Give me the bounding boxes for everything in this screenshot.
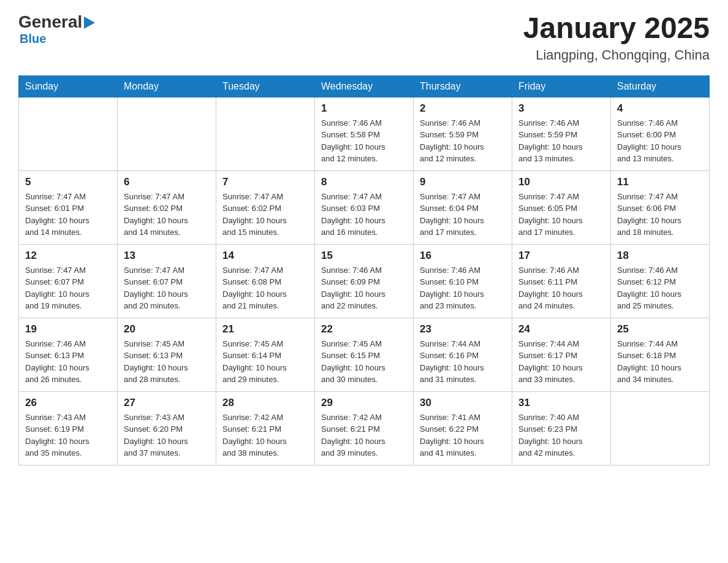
day-number: 22: [321, 323, 407, 335]
day-number: 9: [420, 176, 506, 188]
calendar-cell: 21Sunrise: 7:45 AM Sunset: 6:14 PM Dayli…: [216, 318, 315, 391]
calendar-cell: [118, 97, 216, 170]
day-info: Sunrise: 7:47 AM Sunset: 6:02 PM Dayligh…: [222, 191, 308, 239]
week-row-4: 19Sunrise: 7:46 AM Sunset: 6:13 PM Dayli…: [19, 318, 710, 391]
calendar-cell: 29Sunrise: 7:42 AM Sunset: 6:21 PM Dayli…: [315, 391, 414, 465]
day-number: 15: [321, 250, 407, 262]
day-number: 1: [321, 102, 407, 115]
calendar-cell: 9Sunrise: 7:47 AM Sunset: 6:04 PM Daylig…: [414, 170, 512, 244]
day-number: 31: [518, 397, 604, 409]
day-info: Sunrise: 7:47 AM Sunset: 6:03 PM Dayligh…: [321, 191, 407, 239]
day-info: Sunrise: 7:46 AM Sunset: 5:59 PM Dayligh…: [420, 117, 506, 165]
week-row-1: 1Sunrise: 7:46 AM Sunset: 5:58 PM Daylig…: [19, 97, 710, 170]
day-info: Sunrise: 7:45 AM Sunset: 6:14 PM Dayligh…: [222, 338, 308, 386]
calendar-cell: 1Sunrise: 7:46 AM Sunset: 5:58 PM Daylig…: [315, 97, 414, 170]
calendar-cell: 30Sunrise: 7:41 AM Sunset: 6:22 PM Dayli…: [414, 391, 512, 465]
month-year-title: January 2025: [523, 12, 710, 45]
day-number: 4: [617, 102, 703, 115]
day-number: 27: [124, 397, 210, 409]
day-header-thursday: Thursday: [414, 75, 512, 97]
day-headers-row: SundayMondayTuesdayWednesdayThursdayFrid…: [19, 75, 710, 97]
svg-marker-0: [84, 17, 95, 29]
calendar-cell: 31Sunrise: 7:40 AM Sunset: 6:23 PM Dayli…: [512, 391, 611, 465]
calendar-table: SundayMondayTuesdayWednesdayThursdayFrid…: [18, 75, 710, 465]
day-number: 13: [124, 250, 210, 262]
day-info: Sunrise: 7:45 AM Sunset: 6:15 PM Dayligh…: [321, 338, 407, 386]
logo-arrow-icon: [84, 17, 95, 29]
logo-blue-text: Blue: [20, 32, 46, 46]
day-number: 7: [222, 176, 308, 188]
calendar-cell: [216, 97, 315, 170]
calendar-cell: 18Sunrise: 7:46 AM Sunset: 6:12 PM Dayli…: [611, 244, 710, 318]
day-info: Sunrise: 7:42 AM Sunset: 6:21 PM Dayligh…: [222, 412, 308, 459]
day-info: Sunrise: 7:44 AM Sunset: 6:18 PM Dayligh…: [617, 338, 703, 386]
week-row-5: 26Sunrise: 7:43 AM Sunset: 6:19 PM Dayli…: [19, 391, 710, 465]
day-number: 25: [617, 323, 703, 335]
calendar-cell: 12Sunrise: 7:47 AM Sunset: 6:07 PM Dayli…: [19, 244, 118, 318]
calendar-cell: 23Sunrise: 7:44 AM Sunset: 6:16 PM Dayli…: [414, 318, 512, 391]
day-info: Sunrise: 7:46 AM Sunset: 6:12 PM Dayligh…: [617, 264, 703, 312]
day-info: Sunrise: 7:46 AM Sunset: 6:11 PM Dayligh…: [518, 264, 604, 312]
week-row-2: 5Sunrise: 7:47 AM Sunset: 6:01 PM Daylig…: [19, 170, 710, 244]
day-info: Sunrise: 7:47 AM Sunset: 6:07 PM Dayligh…: [124, 264, 210, 312]
day-info: Sunrise: 7:43 AM Sunset: 6:19 PM Dayligh…: [25, 412, 111, 459]
day-number: 6: [124, 176, 210, 188]
day-number: 26: [25, 397, 111, 409]
calendar-cell: 11Sunrise: 7:47 AM Sunset: 6:06 PM Dayli…: [611, 170, 710, 244]
calendar-cell: 6Sunrise: 7:47 AM Sunset: 6:02 PM Daylig…: [118, 170, 216, 244]
calendar-cell: 14Sunrise: 7:47 AM Sunset: 6:08 PM Dayli…: [216, 244, 315, 318]
day-number: 29: [321, 397, 407, 409]
day-header-sunday: Sunday: [19, 75, 118, 97]
day-number: 12: [25, 250, 111, 262]
week-row-3: 12Sunrise: 7:47 AM Sunset: 6:07 PM Dayli…: [19, 244, 710, 318]
day-info: Sunrise: 7:46 AM Sunset: 5:59 PM Dayligh…: [518, 117, 604, 165]
day-info: Sunrise: 7:42 AM Sunset: 6:21 PM Dayligh…: [321, 412, 407, 459]
day-info: Sunrise: 7:46 AM Sunset: 5:58 PM Dayligh…: [321, 117, 407, 165]
day-info: Sunrise: 7:47 AM Sunset: 6:02 PM Dayligh…: [124, 191, 210, 239]
calendar-cell: 22Sunrise: 7:45 AM Sunset: 6:15 PM Dayli…: [315, 318, 414, 391]
day-header-tuesday: Tuesday: [216, 75, 315, 97]
day-info: Sunrise: 7:43 AM Sunset: 6:20 PM Dayligh…: [124, 412, 210, 459]
logo-general-text: General: [18, 12, 82, 32]
day-number: 30: [420, 397, 506, 409]
day-info: Sunrise: 7:46 AM Sunset: 6:00 PM Dayligh…: [617, 117, 703, 165]
day-info: Sunrise: 7:47 AM Sunset: 6:06 PM Dayligh…: [617, 191, 703, 239]
day-number: 8: [321, 176, 407, 188]
day-info: Sunrise: 7:47 AM Sunset: 6:08 PM Dayligh…: [222, 264, 308, 312]
day-info: Sunrise: 7:47 AM Sunset: 6:04 PM Dayligh…: [420, 191, 506, 239]
day-number: 16: [420, 250, 506, 262]
day-number: 14: [222, 250, 308, 262]
logo: General Blue: [18, 12, 95, 46]
calendar-cell: 13Sunrise: 7:47 AM Sunset: 6:07 PM Dayli…: [118, 244, 216, 318]
day-number: 28: [222, 397, 308, 409]
calendar-cell: 19Sunrise: 7:46 AM Sunset: 6:13 PM Dayli…: [19, 318, 118, 391]
day-header-saturday: Saturday: [611, 75, 710, 97]
location-subtitle: Liangping, Chongqing, China: [523, 47, 710, 63]
day-number: 17: [518, 250, 604, 262]
day-info: Sunrise: 7:47 AM Sunset: 6:05 PM Dayligh…: [518, 191, 604, 239]
day-info: Sunrise: 7:44 AM Sunset: 6:17 PM Dayligh…: [518, 338, 604, 386]
calendar-cell: 10Sunrise: 7:47 AM Sunset: 6:05 PM Dayli…: [512, 170, 611, 244]
calendar-cell: 2Sunrise: 7:46 AM Sunset: 5:59 PM Daylig…: [414, 97, 512, 170]
day-number: 20: [124, 323, 210, 335]
day-number: 11: [617, 176, 703, 188]
calendar-cell: 5Sunrise: 7:47 AM Sunset: 6:01 PM Daylig…: [19, 170, 118, 244]
calendar-cell: 27Sunrise: 7:43 AM Sunset: 6:20 PM Dayli…: [118, 391, 216, 465]
day-number: 19: [25, 323, 111, 335]
calendar-cell: 7Sunrise: 7:47 AM Sunset: 6:02 PM Daylig…: [216, 170, 315, 244]
day-info: Sunrise: 7:45 AM Sunset: 6:13 PM Dayligh…: [124, 338, 210, 386]
day-info: Sunrise: 7:47 AM Sunset: 6:07 PM Dayligh…: [25, 264, 111, 312]
day-number: 24: [518, 323, 604, 335]
page-header: General Blue January 2025 Liangping, Cho…: [18, 12, 710, 63]
calendar-cell: [19, 97, 118, 170]
calendar-cell: 25Sunrise: 7:44 AM Sunset: 6:18 PM Dayli…: [611, 318, 710, 391]
calendar-cell: 26Sunrise: 7:43 AM Sunset: 6:19 PM Dayli…: [19, 391, 118, 465]
day-header-friday: Friday: [512, 75, 611, 97]
day-info: Sunrise: 7:44 AM Sunset: 6:16 PM Dayligh…: [420, 338, 506, 386]
day-info: Sunrise: 7:47 AM Sunset: 6:01 PM Dayligh…: [25, 191, 111, 239]
calendar-cell: 8Sunrise: 7:47 AM Sunset: 6:03 PM Daylig…: [315, 170, 414, 244]
day-number: 10: [518, 176, 604, 188]
calendar-cell: [611, 391, 710, 465]
calendar-cell: 15Sunrise: 7:46 AM Sunset: 6:09 PM Dayli…: [315, 244, 414, 318]
calendar-cell: 3Sunrise: 7:46 AM Sunset: 5:59 PM Daylig…: [512, 97, 611, 170]
